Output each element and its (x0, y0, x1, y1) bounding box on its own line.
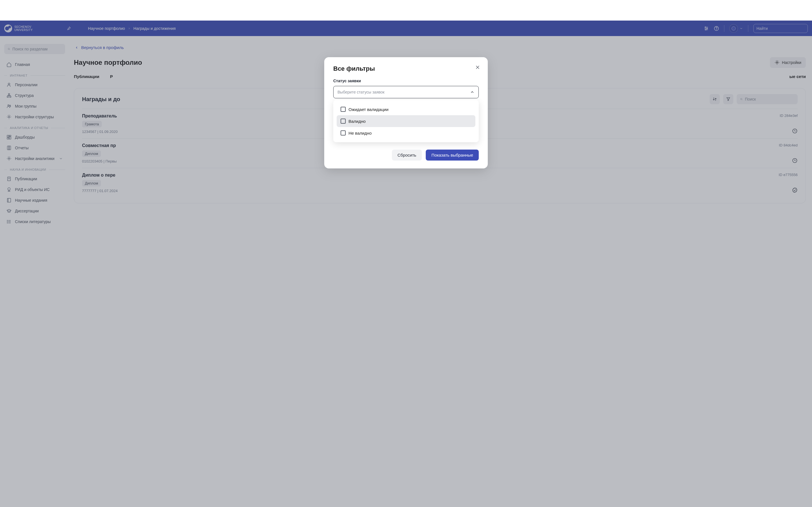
option-label: Ожидает валидации (349, 107, 389, 112)
select-placeholder: Выберите статусы заявок (338, 90, 470, 94)
filters-modal: Все фильтры Статус заявки Выберите стату… (324, 57, 488, 168)
apply-button[interactable]: Показать выбранные (426, 150, 479, 161)
option-pending[interactable]: Ожидает валидации (337, 103, 475, 115)
close-button[interactable] (474, 64, 481, 71)
reset-button[interactable]: Сбросить (392, 150, 422, 161)
option-invalid[interactable]: Не валидно (337, 127, 475, 139)
chevron-up-icon (470, 90, 474, 94)
option-label: Валидно (349, 119, 366, 124)
checkbox[interactable] (341, 119, 346, 124)
modal-overlay[interactable]: Все фильтры Статус заявки Выберите стату… (0, 20, 812, 233)
checkbox[interactable] (341, 130, 346, 135)
field-label: Статус заявки (333, 78, 479, 83)
close-icon (475, 65, 480, 70)
modal-title: Все фильтры (333, 65, 479, 72)
status-dropdown: Ожидает валидации Валидно Не валидно (333, 100, 479, 142)
option-label: Не валидно (349, 131, 371, 135)
status-select[interactable]: Выберите статусы заявок (333, 86, 479, 98)
option-valid[interactable]: Валидно (337, 115, 475, 127)
checkbox[interactable] (341, 107, 346, 112)
